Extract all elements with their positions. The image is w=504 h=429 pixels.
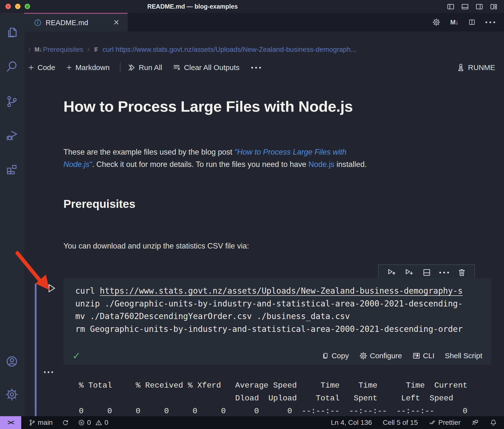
toolbar-more-actions-icon[interactable] <box>251 67 261 69</box>
execute-above-icon[interactable] <box>387 268 396 277</box>
clear-all-outputs-button[interactable]: Clear All Outputs <box>173 63 239 72</box>
chevron-right-icon <box>27 47 32 52</box>
page-title: How to Process Large Files with Node.js <box>63 98 353 115</box>
markdown-cell-icon: M↓ <box>35 46 42 53</box>
copy-button[interactable]: Copy <box>321 352 349 360</box>
source-control-icon[interactable] <box>5 95 18 108</box>
search-icon[interactable] <box>5 60 18 73</box>
window-title: README.md — blog-examples <box>147 3 238 10</box>
code-editor[interactable]: curl https://www.stats.govt.nz/assets/Up… <box>75 285 463 335</box>
chevron-right-icon <box>86 47 91 52</box>
warning-count: 0 <box>104 419 108 427</box>
notifications-bell-icon[interactable] <box>490 419 497 426</box>
git-branch-indicator[interactable]: main <box>29 419 53 427</box>
notebook-settings-gear-icon[interactable] <box>432 18 440 26</box>
collapse-output-icon[interactable] <box>44 371 53 373</box>
account-icon[interactable] <box>5 355 18 368</box>
remote-indicator[interactable]: >< <box>0 416 21 429</box>
info-icon <box>34 19 42 27</box>
editor-actions: M↓ <box>432 13 495 32</box>
blog-post-link[interactable]: "How to Process Large Files with <box>234 148 347 156</box>
toggle-panel-icon[interactable] <box>461 3 469 11</box>
split-editor-icon[interactable] <box>468 18 476 26</box>
cursor-position-indicator[interactable]: Ln 4, Col 136 <box>331 419 372 427</box>
add-code-cell-button[interactable]: Code <box>28 63 55 72</box>
nodejs-link[interactable]: Node.js <box>309 160 334 169</box>
cli-button[interactable]: CLI <box>412 352 435 360</box>
execute-below-icon[interactable] <box>405 268 414 277</box>
section-heading: Prerequisites <box>63 197 135 211</box>
close-tab-icon[interactable]: × <box>114 17 119 27</box>
more-actions-icon[interactable] <box>485 21 495 23</box>
vscode-window: × − ⊘ README.md — blog-examples <box>0 0 504 429</box>
open-markdown-preview-icon[interactable]: M↓ <box>450 18 458 26</box>
title-bar: × − ⊘ README.md — blog-examples <box>0 0 504 13</box>
breadcrumb-section[interactable]: Prerequisites <box>43 46 83 54</box>
traffic-lights: × − ⊘ <box>5 4 30 9</box>
formatter-indicator[interactable]: Prettier <box>429 419 461 427</box>
cell-output: % Total % Received % Xferd Average Speed… <box>69 379 467 418</box>
feedback-icon[interactable] <box>471 419 479 426</box>
cell-language-button[interactable]: Shell Script <box>445 352 482 360</box>
extensions-icon[interactable] <box>5 163 18 176</box>
breadcrumb-cell[interactable]: curl https://www.stats.govt.nz/assets/Up… <box>102 46 356 54</box>
cell-focus-bar <box>35 284 37 416</box>
runme-button[interactable]: RUNME <box>457 63 495 72</box>
activity-bar <box>0 13 24 416</box>
titlebar-layout-controls <box>447 3 498 11</box>
sync-changes-icon[interactable] <box>62 419 69 426</box>
problems-indicator[interactable]: 0 0 <box>78 419 108 427</box>
status-bar: >< main 0 0 Ln 4, Col 136 Cell 5 of 15 P… <box>0 416 504 429</box>
run-cell-button[interactable] <box>46 283 57 294</box>
run-all-button[interactable]: Run All <box>127 63 162 72</box>
success-check-icon: ✓ <box>72 350 81 361</box>
cell-position-indicator[interactable]: Cell 5 of 15 <box>383 419 418 427</box>
toggle-sidebar-icon[interactable] <box>447 3 455 11</box>
tab-label: README.md <box>46 19 110 27</box>
delete-cell-icon[interactable] <box>457 268 466 277</box>
tab-readme[interactable]: README.md × <box>24 13 128 32</box>
toggle-secondary-sidebar-icon[interactable] <box>475 3 483 11</box>
instruction-paragraph: You can download and unzip the statistic… <box>63 242 249 250</box>
code-url[interactable]: https://www.stats.govt.nz/assets/Uploads… <box>100 286 463 296</box>
zoom-window-button[interactable]: ⊘ <box>25 4 30 9</box>
explorer-icon[interactable] <box>5 27 18 39</box>
notebook-toolbar: Code Markdown Run All Clear All Outputs … <box>28 60 495 75</box>
editor-tab-bar: README.md × M↓ <box>24 13 504 32</box>
blog-post-link[interactable]: Node.js" <box>63 160 92 169</box>
run-debug-icon[interactable] <box>5 129 18 142</box>
close-window-button[interactable]: × <box>5 4 11 9</box>
split-cell-icon[interactable] <box>422 268 431 277</box>
toolbar-divider <box>120 63 120 72</box>
add-markdown-cell-button[interactable]: Markdown <box>66 63 110 72</box>
error-count: 0 <box>87 419 91 427</box>
customize-layout-icon[interactable] <box>490 3 498 11</box>
code-cell[interactable]: curl https://www.stats.govt.nz/assets/Up… <box>63 278 491 365</box>
configure-button[interactable]: Configure <box>359 352 402 360</box>
breadcrumb: M↓ Prerequisites curl https://www.stats.… <box>27 44 356 55</box>
settings-gear-icon[interactable] <box>5 388 18 401</box>
intro-paragraph: These are the example files used by the … <box>63 146 473 171</box>
list-icon <box>94 46 100 53</box>
cell-status-bar: ✓ Copy Configure CLI Shell Script <box>72 350 482 361</box>
cell-more-actions-icon[interactable] <box>439 272 449 273</box>
minimize-window-button[interactable]: − <box>15 4 20 9</box>
